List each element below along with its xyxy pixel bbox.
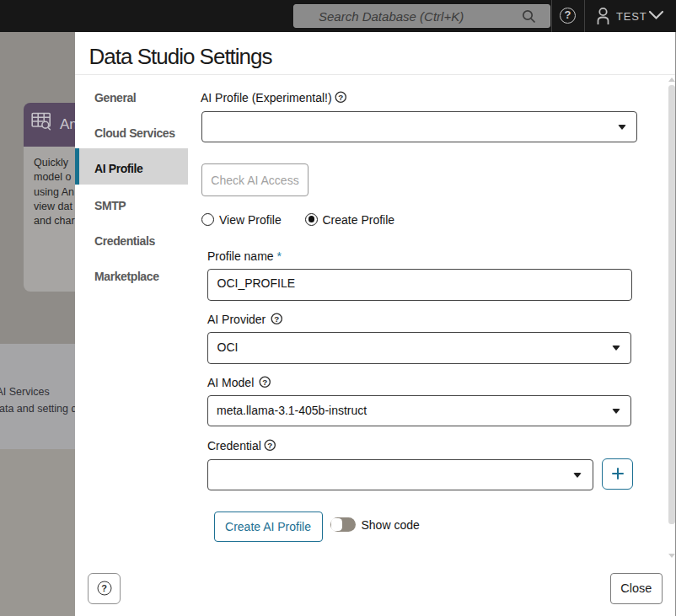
- svg-text:?: ?: [262, 378, 267, 387]
- svg-text:?: ?: [267, 441, 272, 450]
- svg-text:?: ?: [274, 314, 279, 324]
- svg-text:?: ?: [338, 93, 343, 102]
